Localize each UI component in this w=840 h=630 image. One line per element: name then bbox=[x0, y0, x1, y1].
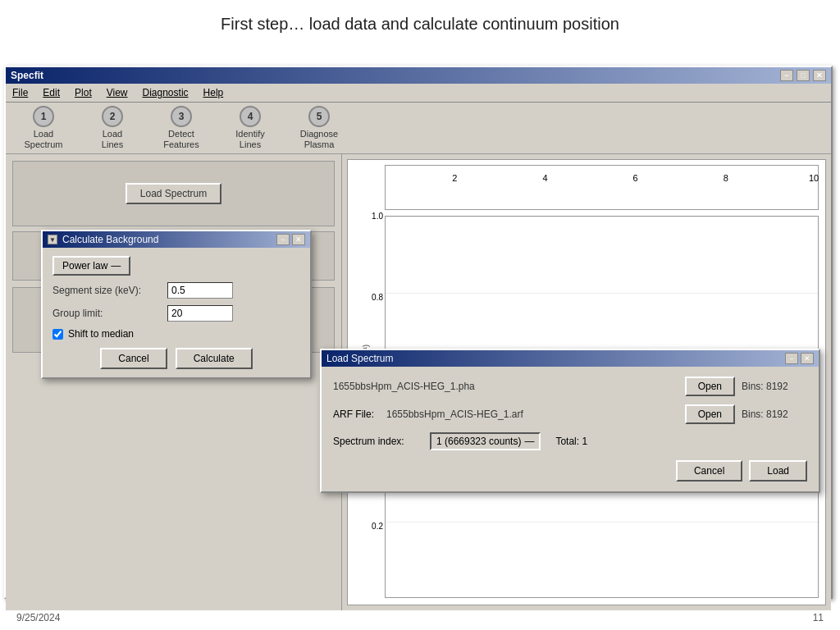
calculate-button[interactable]: Calculate bbox=[176, 348, 253, 369]
pha-bins: Bins: 8192 bbox=[742, 381, 807, 392]
ls-cancel-button[interactable]: Cancel bbox=[676, 460, 742, 482]
step-5-circle: 5 bbox=[308, 106, 330, 127]
power-law-label: Power law bbox=[62, 260, 107, 272]
cancel-button[interactable]: Cancel bbox=[100, 348, 167, 369]
menu-view[interactable]: View bbox=[103, 85, 131, 100]
step-2-circle: 2 bbox=[102, 106, 123, 127]
spectrum-index-label: Spectrum index: bbox=[333, 436, 423, 447]
gridline-08 bbox=[386, 293, 818, 294]
ls-load-button[interactable]: Load bbox=[749, 460, 807, 482]
menu-file[interactable]: File bbox=[9, 85, 31, 100]
menubar: File Edit Plot View Diagnostic Help bbox=[6, 84, 831, 103]
step-1-circle: 1 bbox=[33, 106, 54, 127]
gridline-1 bbox=[386, 217, 818, 217]
gridline-02 bbox=[386, 522, 818, 523]
shift-to-median-label: Shift to median bbox=[68, 328, 134, 340]
shift-to-median-row: Shift to median bbox=[52, 328, 300, 340]
ls-close-button[interactable]: ✕ bbox=[801, 353, 814, 364]
segment-size-input[interactable] bbox=[167, 282, 233, 299]
menu-diagnostic[interactable]: Diagnostic bbox=[139, 85, 192, 100]
close-button[interactable]: ✕ bbox=[813, 70, 826, 81]
arf-open-button[interactable]: Open bbox=[685, 404, 735, 424]
footer-page: 11 bbox=[813, 612, 824, 623]
dialog-buttons: Cancel Calculate bbox=[52, 348, 300, 369]
pha-open-button[interactable]: Open bbox=[685, 377, 735, 396]
step-5-label: DiagnosePlasma bbox=[300, 129, 338, 150]
calc-bg-titlebar: ▼ Calculate Background − ✕ bbox=[43, 231, 310, 248]
window-controls: − □ ✕ bbox=[780, 70, 826, 81]
spectrum-index-select[interactable]: 1 (6669323 counts) — bbox=[430, 432, 541, 450]
segment-size-row: Segment size (keV): bbox=[52, 282, 300, 299]
window-titlebar: Specfit − □ ✕ bbox=[6, 67, 831, 84]
dialog-body: Power law — Segment size (keV): Group li… bbox=[43, 248, 310, 377]
arf-file-row: ARF File: 1655bbsHpm_ACIS-HEG_1.arf Open… bbox=[333, 404, 807, 424]
load-spectrum-dialog: Load Spectrum − ✕ 1655bbsHpm_ACIS-HEG_1.… bbox=[320, 349, 820, 493]
x-tick-4: 4 bbox=[542, 173, 547, 183]
step-3-label: DetectFeatures bbox=[163, 129, 199, 150]
load-spectrum-section: Load Spectrum bbox=[12, 161, 335, 226]
calc-bg-titlebar-left: ▼ Calculate Background bbox=[48, 234, 158, 245]
step-2-label: LoadLines bbox=[102, 129, 123, 150]
calc-bg-title: Calculate Background bbox=[62, 234, 158, 245]
arf-label: ARF File: bbox=[333, 409, 386, 420]
menu-plot[interactable]: Plot bbox=[71, 85, 95, 100]
step-2-load-lines[interactable]: 2 LoadLines bbox=[80, 106, 145, 150]
load-spectrum-dialog-title: Load Spectrum bbox=[326, 353, 393, 364]
arf-bins: Bins: 8192 bbox=[742, 409, 807, 420]
steps-toolbar: 1 LoadSpectrum 2 LoadLines 3 DetectFeatu… bbox=[6, 103, 831, 154]
arf-filename: 1655bbsHpm_ACIS-HEG_1.arf bbox=[386, 409, 678, 420]
power-law-button[interactable]: Power law — bbox=[52, 256, 130, 276]
maximize-button[interactable]: □ bbox=[797, 70, 810, 81]
x-tick-2: 2 bbox=[452, 173, 457, 183]
spectrum-index-value: 1 (6669323 counts) bbox=[436, 436, 521, 447]
pha-filename: 1655bbsHpm_ACIS-HEG_1.pha bbox=[333, 381, 678, 392]
window-title: Specfit bbox=[11, 70, 43, 81]
slide-title: First step… load data and calculate cont… bbox=[0, 0, 840, 42]
step-4-circle: 4 bbox=[240, 106, 261, 127]
x-tick-8: 8 bbox=[724, 173, 728, 183]
power-law-arrow: — bbox=[111, 260, 121, 272]
group-limit-input[interactable] bbox=[167, 305, 233, 322]
load-spectrum-titlebar: Load Spectrum − ✕ bbox=[322, 350, 819, 367]
footer-date: 9/25/2024 bbox=[16, 612, 60, 623]
group-limit-row: Group limit: bbox=[52, 305, 300, 322]
x-tick-6: 6 bbox=[633, 173, 638, 183]
segment-size-label: Segment size (keV): bbox=[52, 285, 167, 296]
spectrum-index-row: Spectrum index: 1 (6669323 counts) — Tot… bbox=[333, 432, 807, 450]
ls-dialog-controls: − ✕ bbox=[785, 353, 814, 364]
dialog-minimize-button[interactable]: − bbox=[276, 234, 290, 245]
menu-help[interactable]: Help bbox=[200, 85, 227, 100]
ls-bottom-buttons: Cancel Load bbox=[333, 460, 807, 482]
left-panel: Load Spectrum Calculate Background bbox=[6, 154, 342, 610]
x-axis-ruler: 2 4 6 8 10 bbox=[385, 165, 819, 183]
slide-footer: 9/25/2024 11 bbox=[16, 612, 824, 623]
dropdown-arrow: — bbox=[524, 436, 534, 447]
group-limit-label: Group limit: bbox=[52, 308, 167, 319]
load-spectrum-button[interactable]: Load Spectrum bbox=[126, 183, 221, 204]
step-1-load-spectrum[interactable]: 1 LoadSpectrum bbox=[11, 106, 76, 150]
dialog-collapse-button[interactable]: ▼ bbox=[48, 235, 57, 244]
pha-file-row: 1655bbsHpm_ACIS-HEG_1.pha Open Bins: 819… bbox=[333, 377, 807, 396]
x-tick-10: 10 bbox=[809, 173, 819, 183]
spectrum-total: Total: 1 bbox=[555, 436, 587, 447]
step-4-label: IdentifyLines bbox=[235, 129, 264, 150]
step-4-identify-lines[interactable]: 4 IdentifyLines bbox=[217, 106, 283, 150]
shift-to-median-checkbox[interactable] bbox=[52, 329, 63, 340]
power-law-row: Power law — bbox=[52, 256, 300, 276]
step-3-detect-features[interactable]: 3 DetectFeatures bbox=[148, 106, 214, 150]
step-1-label: LoadSpectrum bbox=[24, 129, 62, 150]
ls-body: 1655bbsHpm_ACIS-HEG_1.pha Open Bins: 819… bbox=[322, 367, 819, 491]
step-5-diagnose-plasma[interactable]: 5 DiagnosePlasma bbox=[286, 106, 352, 150]
step-3-circle: 3 bbox=[171, 106, 192, 127]
dialog-controls: − ✕ bbox=[276, 234, 305, 245]
ls-minimize-button[interactable]: − bbox=[785, 353, 798, 364]
calculate-background-dialog: ▼ Calculate Background − ✕ Power law — S… bbox=[41, 230, 312, 379]
menu-edit[interactable]: Edit bbox=[39, 85, 63, 100]
minimize-button[interactable]: − bbox=[780, 70, 793, 81]
dialog-close-button[interactable]: ✕ bbox=[292, 234, 305, 245]
